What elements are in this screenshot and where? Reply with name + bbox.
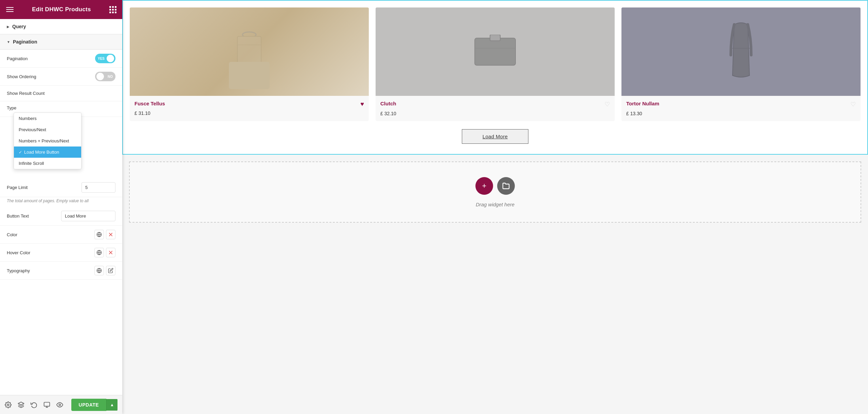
svg-rect-17 [237, 36, 261, 67]
product-info-1: Fusce Tellus ♥ [130, 96, 369, 110]
product-heart-3[interactable]: ♡ [850, 101, 856, 108]
product-image-1 [130, 7, 369, 96]
eye-icon[interactable] [56, 401, 63, 408]
show-ordering-toggle-knob [96, 73, 104, 80]
page-limit-control [82, 182, 115, 193]
pagination-toggle-knob [107, 55, 114, 62]
layers-icon[interactable] [18, 401, 24, 408]
update-btn-wrapper: UPDATE ▲ [71, 399, 117, 411]
pagination-toggle-control: YES [95, 54, 115, 63]
product-bag-svg-2 [473, 35, 517, 69]
panel-body: ▶ Query ▼ Pagination Pagination YES [0, 19, 122, 414]
dropdown-item-prev-next-label: Previous/Next [19, 127, 46, 132]
drag-widget-area: + Drag widget here [129, 161, 861, 223]
show-ordering-toggle-label: NO [108, 75, 113, 79]
grid-icon[interactable] [109, 6, 116, 13]
product-info-3: Tortor Nullam ♡ [621, 96, 861, 111]
button-text-control [61, 211, 115, 221]
product-bag-svg-1 [232, 24, 266, 79]
dropdown-item-numbers-prev-next[interactable]: Numbers + Previous/Next [14, 135, 81, 146]
pagination-arrow-icon: ▼ [7, 40, 10, 44]
toolbar-icons [5, 401, 63, 408]
settings-icon[interactable] [5, 401, 12, 408]
color-label: Color [7, 232, 94, 237]
product-heart-1[interactable]: ♥ [360, 101, 364, 108]
dropdown-item-numbers[interactable]: Numbers [14, 113, 81, 124]
product-card-1: Fusce Tellus ♥ £ 31.10 [130, 7, 369, 121]
show-ordering-row: Show Ordering NO [0, 68, 122, 86]
dropdown-item-load-more-label: Load More Button [24, 150, 59, 155]
color-global-icon[interactable] [94, 230, 104, 239]
desktop-icon[interactable] [43, 401, 50, 408]
pagination-label: Pagination [13, 39, 37, 45]
product-name-1[interactable]: Fusce Tellus [134, 101, 165, 106]
widget-library-button[interactable] [497, 177, 515, 195]
show-result-count-label: Show Result Count [7, 91, 115, 96]
show-ordering-label: Show Ordering [7, 74, 95, 79]
type-field-row: Type Numbers Previous/Next Numbers + Pre… [0, 101, 122, 117]
products-grid: Fusce Tellus ♥ £ 31.10 Clutch ♡ [130, 7, 861, 121]
hover-color-row: Hover Color [0, 244, 122, 262]
product-bag-svg-3 [724, 21, 758, 82]
product-name-2[interactable]: Clutch [380, 101, 396, 106]
typography-label: Typography [7, 268, 94, 273]
hover-color-control [94, 248, 115, 257]
history-icon[interactable] [31, 401, 37, 408]
svg-rect-12 [44, 402, 50, 406]
query-section: ▶ Query [0, 19, 122, 34]
show-ordering-toggle[interactable]: NO [95, 72, 115, 81]
page-limit-row: Page Limit [0, 178, 122, 197]
show-result-count-row: Show Result Count [0, 86, 122, 101]
add-widget-button[interactable]: + [475, 177, 493, 195]
product-image-3 [621, 7, 861, 96]
svg-rect-19 [475, 38, 516, 65]
update-dropdown-button[interactable]: ▲ [106, 399, 117, 411]
pagination-field-label: Pagination [7, 56, 95, 61]
pagination-toggle[interactable]: YES [95, 54, 115, 63]
left-panel: Edit DHWC Products ▶ Query ▼ Pagination [0, 0, 122, 414]
svg-point-10 [7, 404, 9, 406]
product-image-2 [376, 7, 615, 96]
typography-row: Typography [0, 262, 122, 280]
hamburger-icon[interactable] [6, 7, 14, 12]
drag-widget-text: Drag widget here [476, 202, 514, 207]
dropdown-item-numbers-prev-next-label: Numbers + Previous/Next [19, 138, 69, 143]
bottom-toolbar: UPDATE ▲ [0, 395, 122, 414]
update-button[interactable]: UPDATE [71, 399, 107, 411]
type-label: Type [7, 105, 115, 110]
pagination-field-row: Pagination YES [0, 50, 122, 68]
button-text-input[interactable] [61, 211, 115, 221]
load-more-container: Load More [130, 129, 861, 144]
svg-point-15 [59, 404, 61, 406]
dropdown-item-load-more[interactable]: ✓ Load More Button [14, 146, 81, 158]
query-arrow-icon: ▶ [7, 25, 10, 29]
button-text-row: Button Text [0, 207, 122, 226]
dropdown-item-numbers-label: Numbers [19, 116, 37, 121]
hover-color-label: Hover Color [7, 250, 94, 255]
page-limit-input[interactable] [82, 182, 115, 193]
button-text-label: Button Text [7, 213, 61, 219]
hover-color-delete-icon[interactable] [106, 248, 115, 257]
page-limit-helper: The total amount of pages. Empty value t… [0, 197, 122, 207]
product-heart-2[interactable]: ♡ [604, 101, 610, 108]
query-header[interactable]: ▶ Query [7, 24, 115, 29]
panel-title: Edit DHWC Products [32, 6, 91, 13]
drag-widget-icons: + [475, 177, 515, 195]
dropdown-item-infinite-scroll-label: Infinite Scroll [19, 161, 44, 166]
color-control [94, 230, 115, 239]
dropdown-item-infinite-scroll[interactable]: Infinite Scroll [14, 158, 81, 169]
right-panel: Fusce Tellus ♥ £ 31.10 Clutch ♡ [122, 0, 868, 414]
hover-color-global-icon[interactable] [94, 248, 104, 257]
typography-edit-icon[interactable] [106, 266, 115, 275]
product-name-3[interactable]: Tortor Nullam [626, 101, 659, 106]
typography-global-icon[interactable] [94, 266, 104, 275]
svg-marker-11 [18, 402, 24, 404]
dropdown-item-prev-next[interactable]: Previous/Next [14, 124, 81, 135]
product-card-3: Tortor Nullam ♡ £ 13.30 [621, 7, 861, 121]
pagination-header[interactable]: ▼ Pagination [0, 34, 122, 50]
product-info-2: Clutch ♡ [376, 96, 615, 111]
pagination-section: ▼ Pagination Pagination YES Show [0, 34, 122, 280]
color-delete-icon[interactable] [106, 230, 115, 239]
load-more-button[interactable]: Load More [462, 129, 528, 144]
product-card-2: Clutch ♡ £ 32.10 [376, 7, 615, 121]
